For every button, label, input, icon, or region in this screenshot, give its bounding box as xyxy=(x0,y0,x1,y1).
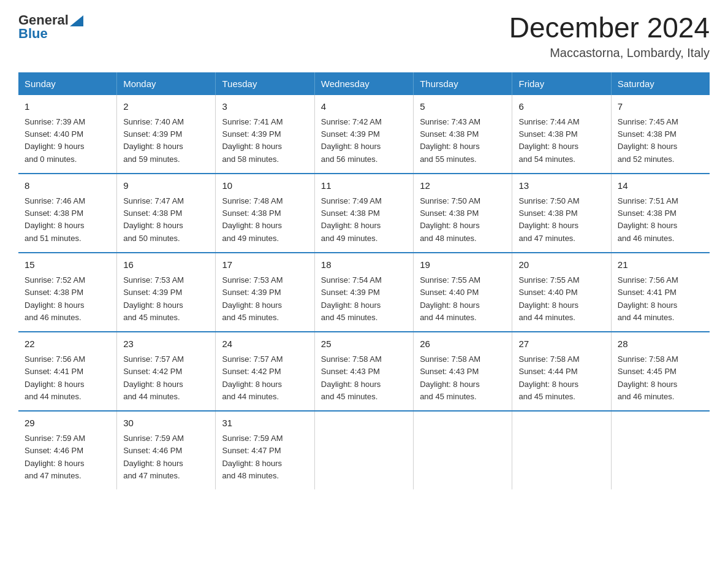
table-row: 31Sunrise: 7:59 AM Sunset: 4:47 PM Dayli… xyxy=(216,411,314,489)
table-row: 11Sunrise: 7:49 AM Sunset: 4:38 PM Dayli… xyxy=(314,174,413,253)
day-number: 10 xyxy=(222,179,308,193)
day-info: Sunrise: 7:50 AM Sunset: 4:38 PM Dayligh… xyxy=(420,195,506,245)
day-number: 7 xyxy=(618,100,703,114)
logo-arrow-icon xyxy=(70,13,83,26)
day-number: 5 xyxy=(420,100,506,114)
day-info: Sunrise: 7:41 AM Sunset: 4:39 PM Dayligh… xyxy=(222,116,308,166)
col-monday: Monday xyxy=(117,72,216,95)
day-info: Sunrise: 7:39 AM Sunset: 4:40 PM Dayligh… xyxy=(25,116,110,166)
day-number: 6 xyxy=(518,100,604,114)
table-row: 18Sunrise: 7:54 AM Sunset: 4:39 PM Dayli… xyxy=(314,253,413,332)
day-info: Sunrise: 7:59 AM Sunset: 4:46 PM Dayligh… xyxy=(123,432,209,482)
svg-marker-0 xyxy=(70,15,83,26)
month-year-title: December 2024 xyxy=(509,12,710,44)
day-number: 31 xyxy=(222,416,308,431)
day-info: Sunrise: 7:44 AM Sunset: 4:38 PM Dayligh… xyxy=(518,116,604,166)
day-number: 16 xyxy=(123,258,209,272)
table-row: 14Sunrise: 7:51 AM Sunset: 4:38 PM Dayli… xyxy=(611,174,710,253)
day-number: 18 xyxy=(321,258,407,272)
table-row: 13Sunrise: 7:50 AM Sunset: 4:38 PM Dayli… xyxy=(512,174,611,253)
table-row: 16Sunrise: 7:53 AM Sunset: 4:39 PM Dayli… xyxy=(117,253,216,332)
day-number: 9 xyxy=(123,179,209,193)
day-number: 28 xyxy=(618,337,703,351)
location-subtitle: Maccastorna, Lombardy, Italy xyxy=(509,46,710,60)
day-number: 24 xyxy=(222,337,308,351)
day-number: 23 xyxy=(123,337,209,351)
table-row: 9Sunrise: 7:47 AM Sunset: 4:38 PM Daylig… xyxy=(117,174,216,253)
day-info: Sunrise: 7:55 AM Sunset: 4:40 PM Dayligh… xyxy=(518,274,604,324)
table-row xyxy=(414,411,512,489)
col-saturday: Saturday xyxy=(611,72,710,95)
table-row: 4Sunrise: 7:42 AM Sunset: 4:39 PM Daylig… xyxy=(314,95,413,174)
day-number: 21 xyxy=(618,258,703,272)
day-info: Sunrise: 7:57 AM Sunset: 4:42 PM Dayligh… xyxy=(123,353,209,403)
table-row: 12Sunrise: 7:50 AM Sunset: 4:38 PM Dayli… xyxy=(414,174,512,253)
day-number: 2 xyxy=(123,100,209,114)
table-row: 29Sunrise: 7:59 AM Sunset: 4:46 PM Dayli… xyxy=(18,411,117,489)
day-info: Sunrise: 7:52 AM Sunset: 4:38 PM Dayligh… xyxy=(25,274,110,324)
day-number: 13 xyxy=(518,179,604,193)
day-number: 30 xyxy=(123,416,209,431)
table-row xyxy=(611,411,710,489)
table-row: 2Sunrise: 7:40 AM Sunset: 4:39 PM Daylig… xyxy=(117,95,216,174)
day-number: 22 xyxy=(25,337,110,351)
day-number: 19 xyxy=(420,258,506,272)
calendar-table: Sunday Monday Tuesday Wednesday Thursday… xyxy=(18,72,710,489)
day-number: 25 xyxy=(321,337,407,351)
day-info: Sunrise: 7:53 AM Sunset: 4:39 PM Dayligh… xyxy=(222,274,308,324)
calendar-week-row: 8Sunrise: 7:46 AM Sunset: 4:38 PM Daylig… xyxy=(18,174,710,253)
calendar-week-row: 22Sunrise: 7:56 AM Sunset: 4:41 PM Dayli… xyxy=(18,332,710,411)
day-number: 20 xyxy=(518,258,604,272)
day-info: Sunrise: 7:59 AM Sunset: 4:47 PM Dayligh… xyxy=(222,432,308,482)
table-row: 6Sunrise: 7:44 AM Sunset: 4:38 PM Daylig… xyxy=(512,95,611,174)
table-row xyxy=(512,411,611,489)
day-info: Sunrise: 7:45 AM Sunset: 4:38 PM Dayligh… xyxy=(618,116,703,166)
col-wednesday: Wednesday xyxy=(314,72,413,95)
table-row: 30Sunrise: 7:59 AM Sunset: 4:46 PM Dayli… xyxy=(117,411,216,489)
day-number: 15 xyxy=(25,258,110,272)
day-number: 29 xyxy=(25,416,110,431)
calendar-week-row: 29Sunrise: 7:59 AM Sunset: 4:46 PM Dayli… xyxy=(18,411,710,489)
day-info: Sunrise: 7:58 AM Sunset: 4:43 PM Dayligh… xyxy=(420,353,506,403)
day-info: Sunrise: 7:57 AM Sunset: 4:42 PM Dayligh… xyxy=(222,353,308,403)
day-info: Sunrise: 7:50 AM Sunset: 4:38 PM Dayligh… xyxy=(518,195,604,245)
table-row: 27Sunrise: 7:58 AM Sunset: 4:44 PM Dayli… xyxy=(512,332,611,411)
calendar-header-row: Sunday Monday Tuesday Wednesday Thursday… xyxy=(18,72,710,95)
day-number: 3 xyxy=(222,100,308,114)
day-info: Sunrise: 7:46 AM Sunset: 4:38 PM Dayligh… xyxy=(25,195,110,245)
day-info: Sunrise: 7:56 AM Sunset: 4:41 PM Dayligh… xyxy=(618,274,703,324)
day-number: 11 xyxy=(321,179,407,193)
table-row xyxy=(314,411,413,489)
day-info: Sunrise: 7:55 AM Sunset: 4:40 PM Dayligh… xyxy=(420,274,506,324)
table-row: 7Sunrise: 7:45 AM Sunset: 4:38 PM Daylig… xyxy=(611,95,710,174)
day-info: Sunrise: 7:40 AM Sunset: 4:39 PM Dayligh… xyxy=(123,116,209,166)
day-number: 12 xyxy=(420,179,506,193)
day-info: Sunrise: 7:51 AM Sunset: 4:38 PM Dayligh… xyxy=(618,195,703,245)
day-number: 1 xyxy=(25,100,110,114)
day-number: 27 xyxy=(518,337,604,351)
table-row: 25Sunrise: 7:58 AM Sunset: 4:43 PM Dayli… xyxy=(314,332,413,411)
table-row: 20Sunrise: 7:55 AM Sunset: 4:40 PM Dayli… xyxy=(512,253,611,332)
col-tuesday: Tuesday xyxy=(216,72,314,95)
day-info: Sunrise: 7:54 AM Sunset: 4:39 PM Dayligh… xyxy=(321,274,407,324)
day-number: 17 xyxy=(222,258,308,272)
day-info: Sunrise: 7:56 AM Sunset: 4:41 PM Dayligh… xyxy=(25,353,110,403)
table-row: 21Sunrise: 7:56 AM Sunset: 4:41 PM Dayli… xyxy=(611,253,710,332)
day-number: 4 xyxy=(321,100,407,114)
day-info: Sunrise: 7:49 AM Sunset: 4:38 PM Dayligh… xyxy=(321,195,407,245)
day-number: 14 xyxy=(618,179,703,193)
calendar-week-row: 1Sunrise: 7:39 AM Sunset: 4:40 PM Daylig… xyxy=(18,95,710,174)
col-thursday: Thursday xyxy=(414,72,512,95)
day-info: Sunrise: 7:47 AM Sunset: 4:38 PM Dayligh… xyxy=(123,195,209,245)
table-row: 19Sunrise: 7:55 AM Sunset: 4:40 PM Dayli… xyxy=(414,253,512,332)
table-row: 26Sunrise: 7:58 AM Sunset: 4:43 PM Dayli… xyxy=(414,332,512,411)
day-number: 26 xyxy=(420,337,506,351)
logo-text-blue: Blue xyxy=(18,26,83,42)
col-friday: Friday xyxy=(512,72,611,95)
calendar-week-row: 15Sunrise: 7:52 AM Sunset: 4:38 PM Dayli… xyxy=(18,253,710,332)
day-info: Sunrise: 7:42 AM Sunset: 4:39 PM Dayligh… xyxy=(321,116,407,166)
day-info: Sunrise: 7:58 AM Sunset: 4:45 PM Dayligh… xyxy=(618,353,703,403)
table-row: 5Sunrise: 7:43 AM Sunset: 4:38 PM Daylig… xyxy=(414,95,512,174)
table-row: 3Sunrise: 7:41 AM Sunset: 4:39 PM Daylig… xyxy=(216,95,314,174)
table-row: 10Sunrise: 7:48 AM Sunset: 4:38 PM Dayli… xyxy=(216,174,314,253)
